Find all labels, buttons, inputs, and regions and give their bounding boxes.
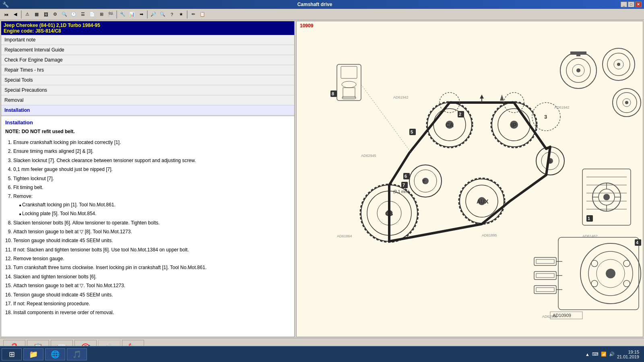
svg-text:4: 4 [636,240,639,245]
tb-zoom-out-button[interactable]: 🔎 [149,10,158,19]
nav-first-button[interactable]: ⏮ [2,10,10,19]
svg-text:(0,1 mm): (0,1 mm) [393,189,409,194]
tb-settings-button[interactable]: ⚙ [51,10,60,19]
tb-flag-button[interactable]: 🏁 [106,10,115,19]
title-bar: 🔧 Camshaft drive _ □ ✕ [0,0,644,9]
tray-network: 📶 [601,352,607,357]
tray-arrow[interactable]: ▲ [585,352,590,357]
tb-edit-button[interactable]: ✏ [189,10,198,19]
toolbar-separator-2 [116,10,117,19]
step-7-sublist: Crankshaft locking pin [1]. Tool No.Mot.… [19,201,290,218]
tb-list-button[interactable]: ☰ [78,10,87,19]
main-content: Jeep Cherokee (84-01) 2,1D Turbo 1984-95… [0,20,644,338]
step-2: Ensure timing marks aligned [2] & [3]. [13,147,290,155]
step-17: If not: Repeat tensioning procedure. [13,300,290,308]
svg-point-68 [625,101,628,104]
svg-text:IP: IP [511,122,516,128]
step-7b: Locking plate [5]. Tool No.Mot.854. [19,210,290,218]
step-7: Remove: Crankshaft locking pin [1]. Tool… [13,192,290,218]
minimize-button[interactable]: _ [621,2,627,7]
svg-point-107 [603,194,610,200]
tray-keyboard: ⌨ [592,352,599,357]
step-6: Fit timing belt. [13,183,290,191]
nav-item-important-note[interactable]: Important note [1,35,294,45]
nav-prev-button[interactable]: ◀ [11,10,20,19]
tb-copy-button[interactable]: 📋 [198,10,207,19]
step-9: Attach tension gauge to belt at ▽ [8]. T… [13,228,290,236]
tb-warning-button[interactable]: ⚠ [23,10,32,19]
nav-item-removal[interactable]: Removal [1,95,294,105]
svg-text:AD10909: AD10909 [553,313,571,318]
svg-text:3: 3 [544,114,547,120]
step-16: Tension gauge should indicate 45 SEEM un… [13,291,290,299]
instruction-list: Ensure crankshaft locking pin located co… [13,138,290,317]
step-14: Slacken and tighten tensioner bolts [6]. [13,273,290,281]
vehicle-header: Jeep Cherokee (84-01) 2,1D Turbo 1984-95… [1,21,294,35]
step-11: If not: Slacken and tighten tensioner bo… [13,246,290,254]
tb-search-button[interactable]: 🔍 [60,10,69,19]
nav-item-replacement-interval[interactable]: Replacement Interval Guide [1,45,294,55]
svg-text:T: T [422,179,425,185]
nav-item-special-tools[interactable]: Special Tools [1,75,294,85]
timing-diagram: CS T AUX CA IP [297,21,643,337]
svg-point-58 [576,68,580,72]
svg-rect-0 [297,32,643,326]
tb-doc-button[interactable]: 📄 [88,10,97,19]
tb-grid-button[interactable]: ⊞ [97,10,106,19]
tb-wrench-button[interactable]: 🔧 [118,10,127,19]
step-5: Tighten locknut [7]. [13,175,290,183]
svg-text:CA: CA [446,122,454,128]
svg-text:AD61895: AD61895 [482,233,497,237]
toolbar-separator [21,10,22,19]
tb-arrow-button[interactable]: ➡ [137,10,146,19]
step-8: Slacken tensioner bolts [6]. Allow tensi… [13,219,290,227]
right-panel: 10909 CS T AUX [296,21,643,337]
step-18: Install components in reverse order of r… [13,309,290,317]
step-3: Slacken locknut [7]. Check clearance bet… [13,156,290,165]
section-title: Installation [5,119,290,125]
maximize-button[interactable]: □ [628,2,634,7]
clock-time: 19:15 [617,350,639,354]
nav-item-installation[interactable]: Installation [1,105,294,115]
close-button[interactable]: ✕ [635,2,642,7]
svg-text:6: 6 [405,174,407,179]
nav-item-special-precautions[interactable]: Special Precautions [1,85,294,95]
tb-meter-button[interactable]: 📊 [128,10,136,19]
svg-text:5: 5 [411,130,413,134]
svg-point-73 [606,269,615,278]
step-1: Ensure crankshaft locking pin located co… [13,138,290,146]
content-area[interactable]: Installation NOTE: DO NOT refit used bel… [1,115,294,337]
toolbar: ⏮ ◀ ⚠ ▦ 🖼 ⚙ 🔍 🕐 ☰ 📄 ⊞ 🏁 🔧 📊 ➡ 🔎 🔍 ? ★ ✏ … [0,9,644,20]
diagram-label: 10909 [300,23,313,29]
svg-text:AUX: AUX [477,198,489,205]
tb-image-button[interactable]: 🖼 [41,10,50,19]
svg-text:AD61864: AD61864 [337,234,352,238]
svg-text:7: 7 [402,183,405,187]
taskbar-music[interactable]: 🎵 [67,348,87,360]
step-10: Tension gauge should indicate 45 SEEM un… [13,237,290,245]
step-13: Turn crankshaft three turns clockwise. I… [13,263,290,272]
step-7a: Crankshaft locking pin [1]. Tool No.Mot.… [19,201,290,209]
tb-table-button[interactable]: ▦ [32,10,41,19]
window-title: Camshaft drive [9,2,621,7]
tb-star-button[interactable]: ★ [177,10,186,19]
content-note: NOTE: DO NOT refit used belt. [5,129,290,134]
tray-volume[interactable]: 🔊 [609,352,615,357]
taskbar-clock: 19:15 21.01.2019 [617,350,639,359]
nav-list: Important note Replacement Interval Guid… [1,35,294,115]
tb-help-button[interactable]: ? [167,10,176,19]
step-4: 0,1 mm feeler gauge should just be nippe… [13,165,290,173]
taskbar-file-manager[interactable]: 📁 [23,348,43,360]
tb-zoom-in-button[interactable]: 🔍 [158,10,167,19]
taskbar: ⊞ 📁 🌐 🎵 ▲ ⌨ 📶 🔊 19:15 21.01.2019 [0,346,644,362]
start-button[interactable]: ⊞ [2,348,22,360]
taskbar-browser[interactable]: 🌐 [45,348,65,360]
svg-text:1: 1 [588,216,590,221]
nav-item-repair-times[interactable]: Repair Times - hrs [1,65,294,75]
taskbar-system-tray: ▲ ⌨ 📶 🔊 19:15 21.01.2019 [585,350,642,359]
tb-clock-button[interactable]: 🕐 [69,10,78,19]
svg-text:AD61942: AD61942 [554,105,570,109]
svg-text:8: 8 [332,91,334,96]
nav-item-check-engine[interactable]: Check For Engine Damage [1,55,294,65]
svg-text:AD61942: AD61942 [393,95,409,99]
